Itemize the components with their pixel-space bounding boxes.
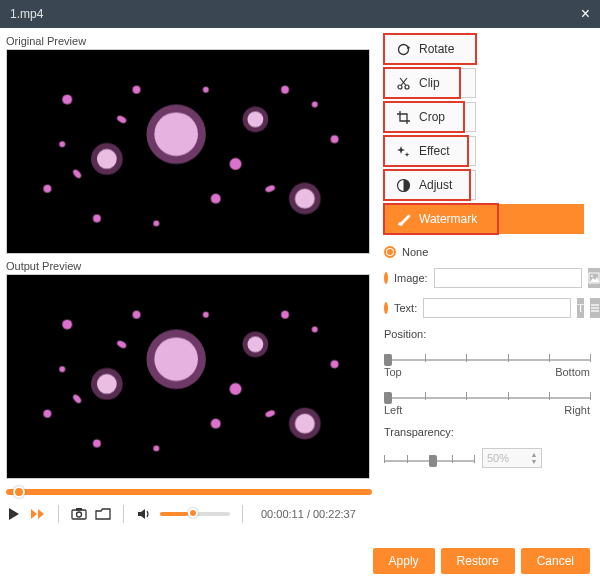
tab-clip[interactable]: Clip bbox=[384, 68, 476, 98]
svg-point-13 bbox=[331, 135, 339, 143]
watermark-panel: None Image: Text: T Position: bbox=[384, 246, 590, 468]
position-vertical-block: Top Bottom bbox=[384, 350, 590, 378]
footer-buttons: Apply Restore Cancel bbox=[384, 540, 590, 574]
radio-text[interactable] bbox=[384, 302, 388, 314]
edit-tabs: Rotate Clip Crop bbox=[384, 34, 590, 234]
radio-image[interactable] bbox=[384, 272, 388, 284]
tab-label: Clip bbox=[419, 76, 440, 90]
svg-point-42 bbox=[312, 326, 318, 332]
radio-none-row[interactable]: None bbox=[384, 246, 590, 258]
svg-point-14 bbox=[281, 86, 289, 94]
time-current: 00:00:11 bbox=[261, 508, 304, 520]
time-display: 00:00:11 / 00:22:37 bbox=[261, 508, 356, 520]
pos-v-min: Top bbox=[384, 366, 402, 378]
close-icon[interactable]: × bbox=[581, 5, 590, 23]
position-vertical-slider[interactable] bbox=[384, 350, 590, 364]
svg-point-52 bbox=[77, 512, 82, 517]
svg-point-6 bbox=[242, 106, 268, 132]
original-preview bbox=[6, 49, 370, 254]
svg-point-41 bbox=[59, 366, 65, 372]
font-button[interactable]: T bbox=[577, 298, 584, 318]
svg-point-34 bbox=[43, 410, 51, 418]
transparency-label: Transparency: bbox=[384, 426, 590, 438]
text-settings-button[interactable] bbox=[590, 298, 600, 318]
svg-point-4 bbox=[91, 143, 123, 175]
folder-icon[interactable] bbox=[95, 506, 111, 522]
svg-point-55 bbox=[398, 44, 408, 54]
text-t-icon: T bbox=[577, 302, 584, 314]
browse-image-button[interactable] bbox=[588, 268, 600, 288]
rotate-icon bbox=[395, 41, 411, 57]
pos-h-max: Right bbox=[564, 404, 590, 416]
image-icon bbox=[588, 272, 600, 284]
radio-text-row[interactable]: Text: T bbox=[384, 298, 590, 318]
svg-point-11 bbox=[133, 86, 141, 94]
output-preview bbox=[6, 274, 370, 479]
volume-icon[interactable] bbox=[136, 506, 152, 522]
output-preview-label: Output Preview bbox=[6, 260, 372, 272]
svg-point-28 bbox=[91, 368, 123, 400]
svg-line-59 bbox=[401, 78, 407, 86]
svg-line-60 bbox=[400, 78, 406, 86]
svg-point-32 bbox=[289, 408, 321, 440]
svg-marker-48 bbox=[9, 508, 19, 520]
radio-none-label: None bbox=[402, 246, 428, 258]
volume-fill bbox=[160, 512, 188, 516]
transparency-row: 50% ▲▼ bbox=[384, 448, 590, 468]
svg-marker-50 bbox=[38, 509, 44, 519]
player-controls: 00:00:11 / 00:22:37 bbox=[6, 505, 372, 523]
tab-watermark[interactable]: Watermark bbox=[384, 204, 584, 234]
svg-point-17 bbox=[59, 141, 65, 147]
seek-slider[interactable] bbox=[6, 489, 372, 495]
svg-point-12 bbox=[211, 194, 221, 204]
menu-lines-icon bbox=[590, 303, 600, 313]
radio-none[interactable] bbox=[384, 246, 396, 258]
svg-point-10 bbox=[43, 185, 51, 193]
original-preview-label: Original Preview bbox=[6, 35, 372, 47]
chevron-down-icon[interactable]: ▼ bbox=[531, 458, 538, 465]
svg-rect-53 bbox=[76, 508, 82, 511]
svg-marker-49 bbox=[31, 509, 37, 519]
left-pane: Original Preview bbox=[0, 28, 380, 582]
seek-thumb[interactable] bbox=[13, 486, 25, 498]
position-vertical-thumb[interactable] bbox=[384, 354, 392, 366]
position-horizontal-slider[interactable] bbox=[384, 388, 590, 402]
tab-label: Watermark bbox=[419, 212, 477, 226]
cancel-button[interactable]: Cancel bbox=[521, 548, 590, 574]
contrast-icon bbox=[395, 177, 411, 193]
svg-point-8 bbox=[289, 183, 321, 215]
image-path-field[interactable] bbox=[434, 268, 582, 288]
right-pane: Rotate Clip Crop bbox=[380, 28, 600, 582]
radio-image-row[interactable]: Image: bbox=[384, 268, 590, 288]
tab-adjust[interactable]: Adjust bbox=[384, 170, 476, 200]
volume-slider[interactable] bbox=[160, 512, 230, 516]
svg-point-30 bbox=[242, 331, 268, 357]
transparency-thumb[interactable] bbox=[429, 455, 437, 467]
svg-marker-54 bbox=[138, 509, 145, 519]
tab-crop[interactable]: Crop bbox=[384, 102, 476, 132]
svg-point-33 bbox=[62, 320, 72, 330]
time-total: 00:22:37 bbox=[313, 508, 356, 520]
text-field[interactable] bbox=[423, 298, 571, 318]
radio-image-label: Image: bbox=[394, 272, 428, 284]
transparency-slider[interactable] bbox=[384, 451, 474, 465]
restore-button[interactable]: Restore bbox=[441, 548, 515, 574]
play-icon[interactable] bbox=[6, 506, 22, 522]
tab-effect[interactable]: Effect bbox=[384, 136, 476, 166]
volume-thumb[interactable] bbox=[188, 508, 198, 518]
tab-rotate[interactable]: Rotate bbox=[384, 34, 476, 64]
apply-button[interactable]: Apply bbox=[373, 548, 435, 574]
separator bbox=[58, 505, 59, 523]
chevron-up-icon[interactable]: ▲ bbox=[531, 451, 538, 458]
position-horizontal-thumb[interactable] bbox=[384, 392, 392, 404]
titlebar: 1.mp4 × bbox=[0, 0, 600, 28]
transparency-stepper[interactable]: 50% ▲▼ bbox=[482, 448, 542, 468]
transparency-value: 50% bbox=[483, 452, 527, 464]
camera-icon[interactable] bbox=[71, 506, 87, 522]
tab-label: Adjust bbox=[419, 178, 452, 192]
svg-point-9 bbox=[62, 95, 72, 105]
svg-point-20 bbox=[203, 87, 209, 93]
fast-forward-icon[interactable] bbox=[30, 506, 46, 522]
tab-label: Rotate bbox=[419, 42, 454, 56]
svg-point-38 bbox=[281, 311, 289, 319]
